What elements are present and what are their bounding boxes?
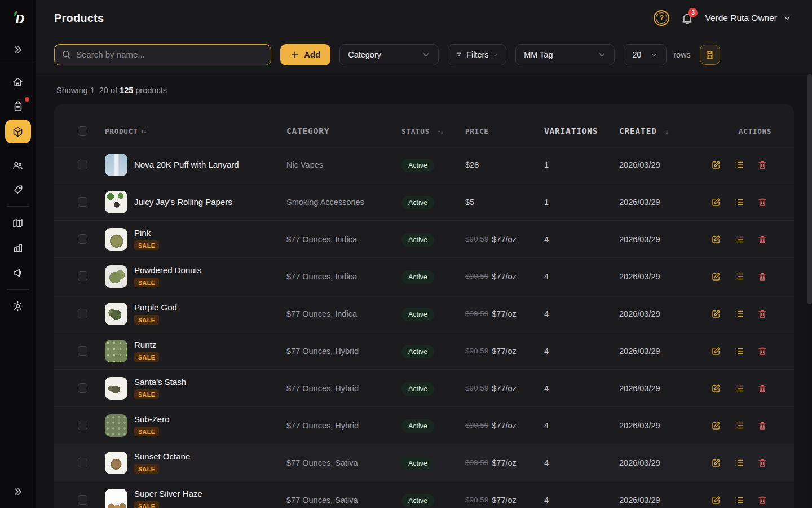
filters-dropdown[interactable]: Filters xyxy=(448,44,506,65)
table-row[interactable]: Runtz SALE $77 Ounces, Hybrid Active $90… xyxy=(54,332,794,369)
category-dropdown[interactable]: Category xyxy=(339,44,439,65)
table-row[interactable]: Santa's Stash SALE $77 Ounces, Hybrid Ac… xyxy=(54,369,794,406)
product-image xyxy=(105,452,127,474)
edit-icon[interactable] xyxy=(711,346,721,356)
row-checkbox[interactable] xyxy=(78,271,87,281)
sidebar-item-tags[interactable] xyxy=(5,178,31,202)
user-menu[interactable]: Verde Ruta Owner xyxy=(705,13,792,23)
sidebar-item-marketing[interactable] xyxy=(5,261,31,284)
sidebar-item-settings[interactable] xyxy=(5,294,31,318)
delete-icon[interactable] xyxy=(757,271,767,282)
sidebar-divider xyxy=(7,206,29,207)
sidebar-bottom-expand-button[interactable] xyxy=(0,480,36,503)
search-icon xyxy=(61,50,71,59)
row-checkbox[interactable] xyxy=(78,309,87,318)
sidebar-divider xyxy=(7,289,29,290)
map-icon xyxy=(12,217,24,229)
scrollbar-track[interactable] xyxy=(807,74,812,508)
sidebar-item-products[interactable] xyxy=(5,120,31,143)
delete-icon[interactable] xyxy=(757,421,767,431)
details-list-icon[interactable] xyxy=(734,495,744,505)
edit-icon[interactable] xyxy=(711,495,721,505)
row-checkbox[interactable] xyxy=(78,458,87,467)
variations-count: 4 xyxy=(544,384,619,393)
edit-icon[interactable] xyxy=(711,271,721,282)
row-checkbox[interactable] xyxy=(78,383,87,393)
edit-icon[interactable] xyxy=(711,234,721,244)
created-date: 2026/03/29 xyxy=(619,496,708,505)
delete-icon[interactable] xyxy=(757,383,767,393)
table-row[interactable]: Sunset Octane SALE $77 Ounces, Sativa Ac… xyxy=(54,444,794,481)
row-checkbox[interactable] xyxy=(78,160,87,169)
details-list-icon[interactable] xyxy=(734,458,744,468)
notifications-button[interactable]: 3 xyxy=(681,12,694,25)
mm-tag-dropdown[interactable]: MM Tag xyxy=(515,44,615,65)
details-list-icon[interactable] xyxy=(734,160,744,170)
edit-icon[interactable] xyxy=(711,458,721,468)
sort-icon: ↑↓ xyxy=(140,128,146,134)
save-view-button[interactable] xyxy=(700,45,720,65)
delete-icon[interactable] xyxy=(757,197,767,207)
details-list-icon[interactable] xyxy=(734,346,744,356)
select-all-checkbox[interactable] xyxy=(78,126,87,136)
sidebar-item-orders[interactable] xyxy=(5,95,31,119)
table-header: PRODUCT ↑↓ CATEGORY STATUS ↑↓ PRICE VARI… xyxy=(54,116,794,146)
product-image xyxy=(105,377,127,400)
sidebar-item-customers[interactable] xyxy=(5,153,31,177)
row-checkbox[interactable] xyxy=(78,495,87,505)
table-row[interactable]: Purple God SALE $77 Ounces, Indica Activ… xyxy=(54,295,794,332)
table-row[interactable]: Pink SALE $77 Ounces, Indica Active $90.… xyxy=(54,220,794,257)
edit-icon[interactable] xyxy=(711,160,721,170)
table-row[interactable]: Juicy Jay's Rolling Papers Smoking Acces… xyxy=(54,183,794,220)
price: $77/oz xyxy=(492,235,517,244)
edit-icon[interactable] xyxy=(711,383,721,393)
product-image xyxy=(105,340,127,362)
table-row[interactable]: Powdered Donuts SALE $77 Ounces, Indica … xyxy=(54,257,794,295)
topbar: Products ? 3 Verde Ruta Owner xyxy=(36,0,812,36)
details-list-icon[interactable] xyxy=(734,234,744,244)
details-list-icon[interactable] xyxy=(734,309,744,319)
table-row[interactable]: Nova 20K Puff with Lanyard Nic Vapes Act… xyxy=(54,146,794,183)
delete-icon[interactable] xyxy=(757,495,767,505)
sidebar-item-analytics[interactable] xyxy=(5,236,31,260)
table-row[interactable]: Super Silver Haze SALE $77 Ounces, Sativ… xyxy=(54,481,794,508)
original-price: $90.59 xyxy=(465,347,488,355)
row-checkbox[interactable] xyxy=(78,346,87,356)
edit-icon[interactable] xyxy=(711,421,721,431)
delete-icon[interactable] xyxy=(757,309,767,319)
header-label: ACTIONS xyxy=(739,127,771,135)
column-header-status[interactable]: STATUS ↑↓ xyxy=(401,127,465,135)
details-list-icon[interactable] xyxy=(734,421,744,431)
variations-count: 4 xyxy=(544,272,619,281)
table-row[interactable]: Sub-Zero SALE $77 Ounces, Hybrid Active … xyxy=(54,406,794,444)
column-header-product[interactable]: PRODUCT ↑↓ xyxy=(105,127,286,135)
details-list-icon[interactable] xyxy=(734,271,744,282)
search-box[interactable] xyxy=(54,44,271,65)
edit-icon[interactable] xyxy=(711,197,721,207)
page-size-dropdown[interactable]: 20 xyxy=(624,44,667,65)
sidebar-expand-button[interactable] xyxy=(0,36,36,63)
delete-icon[interactable] xyxy=(757,160,767,170)
edit-icon[interactable] xyxy=(711,309,721,319)
details-list-icon[interactable] xyxy=(734,383,744,393)
row-checkbox[interactable] xyxy=(78,234,87,244)
sidebar-item-home[interactable] xyxy=(5,70,31,94)
sidebar-item-map[interactable] xyxy=(5,211,31,235)
delete-icon[interactable] xyxy=(757,234,767,244)
chevrons-right-icon xyxy=(13,487,23,497)
help-button[interactable]: ? xyxy=(654,10,669,26)
product-name: Nova 20K Puff with Lanyard xyxy=(134,160,239,169)
search-input[interactable] xyxy=(76,50,264,59)
column-header-created[interactable]: CREATED ↓ xyxy=(619,126,708,135)
summary-count: 125 xyxy=(120,86,133,95)
created-date: 2026/03/29 xyxy=(619,235,708,244)
row-checkbox[interactable] xyxy=(78,421,87,430)
delete-icon[interactable] xyxy=(757,458,767,468)
add-button[interactable]: Add xyxy=(280,44,330,65)
sale-badge: SALE xyxy=(134,464,159,474)
app-logo[interactable]: D xyxy=(0,0,36,36)
delete-icon[interactable] xyxy=(757,346,767,356)
scrollbar-thumb[interactable] xyxy=(807,74,812,304)
details-list-icon[interactable] xyxy=(734,197,744,207)
row-checkbox[interactable] xyxy=(78,197,87,207)
